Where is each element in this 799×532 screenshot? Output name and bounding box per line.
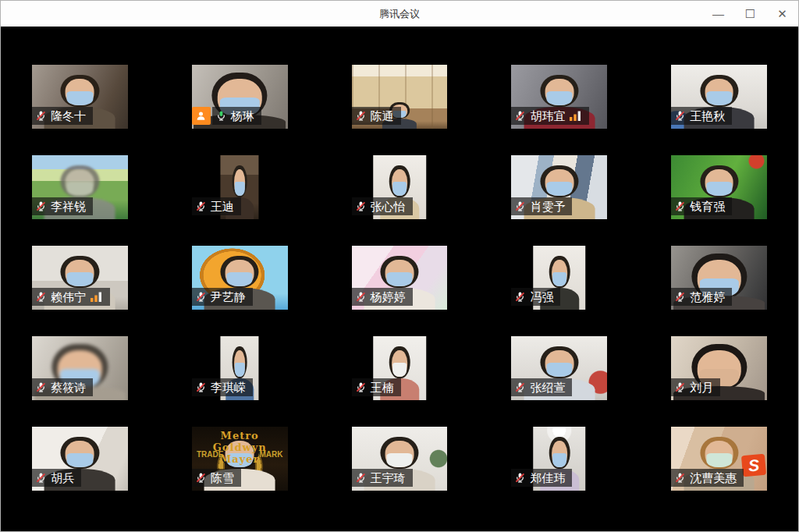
participant-nameplate: 郑佳玮 bbox=[511, 469, 572, 487]
participant-tile[interactable]: 李祥锐 bbox=[32, 155, 128, 219]
participant-tile[interactable]: 王宇琦 bbox=[352, 427, 448, 491]
participant-tile[interactable]: Metro Goldwyn Mayer TRADE MARK 陈雪 bbox=[192, 427, 288, 491]
participant-nameplate: 尹艺静 bbox=[192, 288, 253, 306]
participant-name: 陈通 bbox=[371, 110, 394, 122]
participant-name: 蔡筱诗 bbox=[51, 381, 86, 393]
muted-mic-icon bbox=[355, 472, 367, 484]
participant-tile[interactable]: 隆冬十 bbox=[32, 65, 128, 129]
minimize-button[interactable]: — bbox=[702, 1, 734, 27]
participant-name: 王楠 bbox=[371, 381, 394, 393]
participant-tile[interactable]: 王楠 bbox=[352, 336, 448, 400]
participant-tile[interactable]: 胡兵 bbox=[32, 427, 128, 491]
participant-nameplate: 王迪 bbox=[192, 197, 241, 215]
participant-name: 沈曹美惠 bbox=[690, 472, 737, 484]
participant-name: 冯强 bbox=[530, 291, 553, 303]
participant-nameplate: 刘月 bbox=[671, 378, 720, 396]
participant-tile[interactable]: 陈通 bbox=[352, 65, 448, 129]
participant-tile[interactable]: S 沈曹美惠 bbox=[671, 427, 767, 491]
muted-mic-icon bbox=[195, 200, 207, 212]
mgm-background-text: Metro Goldwyn Mayer bbox=[192, 430, 288, 465]
participant-nameplate: 张心怡 bbox=[352, 197, 413, 215]
participant-tile[interactable]: 张绍萱 bbox=[511, 336, 607, 400]
muted-mic-icon bbox=[514, 381, 526, 393]
close-button[interactable]: ✕ bbox=[766, 1, 798, 27]
window-controls: — ☐ ✕ bbox=[702, 1, 798, 27]
host-badge-icon bbox=[192, 107, 211, 125]
muted-mic-icon bbox=[35, 200, 47, 212]
muted-mic-icon bbox=[514, 110, 526, 122]
participant-tile[interactable]: 杨婷婷 bbox=[352, 246, 448, 310]
participant-tile[interactable]: 张心怡 bbox=[352, 155, 448, 219]
title-bar: 腾讯会议 — ☐ ✕ bbox=[1, 1, 798, 27]
participant-tile[interactable]: 郑佳玮 bbox=[511, 427, 607, 491]
participant-name: 王宇琦 bbox=[371, 472, 406, 484]
participant-name: 胡兵 bbox=[51, 472, 74, 484]
participant-tile[interactable]: 冯强 bbox=[511, 246, 607, 310]
participant-tile[interactable]: 刘月 bbox=[671, 336, 767, 400]
participant-nameplate: 陈雪 bbox=[192, 469, 241, 487]
muted-mic-icon bbox=[514, 200, 526, 212]
muted-mic-icon bbox=[674, 200, 686, 212]
participant-tile[interactable]: 尹艺静 bbox=[192, 246, 288, 310]
participant-nameplate: 王宇琦 bbox=[352, 469, 413, 487]
participant-nameplate: 胡兵 bbox=[32, 469, 81, 487]
participant-nameplate: 李祥锐 bbox=[32, 197, 93, 215]
muted-mic-icon bbox=[355, 291, 367, 303]
participant-tile[interactable]: 李琪嵘 bbox=[192, 336, 288, 400]
participant-name: 张心怡 bbox=[371, 200, 406, 212]
muted-mic-icon bbox=[195, 291, 207, 303]
muted-mic-icon bbox=[674, 110, 686, 122]
participant-nameplate: 钱育强 bbox=[671, 197, 732, 215]
muted-mic-icon bbox=[355, 200, 367, 212]
muted-mic-icon bbox=[355, 381, 367, 393]
participant-nameplate: 李琪嵘 bbox=[192, 378, 253, 396]
network-signal-icon bbox=[569, 110, 582, 122]
network-signal-icon bbox=[90, 291, 103, 303]
muted-mic-icon bbox=[35, 381, 47, 393]
participant-nameplate: 赖伟宁 bbox=[32, 288, 110, 306]
mgm-trade-text: TRADE bbox=[197, 450, 223, 459]
participant-name: 胡玮宜 bbox=[530, 110, 565, 122]
participant-nameplate: 隆冬十 bbox=[32, 107, 93, 125]
video-grid: 隆冬十 杨琳 陈通 胡玮宜 bbox=[1, 52, 798, 503]
unmuted-mic-icon bbox=[215, 110, 227, 122]
participant-name: 王艳秋 bbox=[690, 110, 725, 122]
participant-nameplate: 陈通 bbox=[352, 107, 401, 125]
participant-tile[interactable]: 王艳秋 bbox=[671, 65, 767, 129]
participant-tile[interactable]: 王迪 bbox=[192, 155, 288, 219]
participant-name: 肖雯予 bbox=[530, 200, 565, 212]
participant-tile[interactable]: 蔡筱诗 bbox=[32, 336, 128, 400]
tencent-meeting-window: 腾讯会议 — ☐ ✕ 隆冬十 杨琳 bbox=[0, 0, 799, 532]
participant-name: 王迪 bbox=[211, 200, 234, 212]
participant-nameplate: 王艳秋 bbox=[671, 107, 732, 125]
mgm-mark-text: MARK bbox=[259, 450, 282, 459]
participant-nameplate: 肖雯予 bbox=[511, 197, 572, 215]
muted-mic-icon bbox=[674, 472, 686, 484]
participant-nameplate: 沈曹美惠 bbox=[671, 469, 744, 487]
participant-tile[interactable]: 肖雯予 bbox=[511, 155, 607, 219]
muted-mic-icon bbox=[35, 291, 47, 303]
muted-mic-icon bbox=[195, 381, 207, 393]
window-title: 腾讯会议 bbox=[379, 7, 420, 21]
participant-tile[interactable]: 范雅婷 bbox=[671, 246, 767, 310]
participant-tile[interactable]: 杨琳 bbox=[192, 65, 288, 129]
maximize-button[interactable]: ☐ bbox=[734, 1, 766, 27]
superman-logo-letter: S bbox=[740, 454, 765, 477]
participant-name: 刘月 bbox=[690, 381, 713, 393]
participant-name: 陈雪 bbox=[211, 472, 234, 484]
muted-mic-icon bbox=[674, 381, 686, 393]
participant-nameplate: 王楠 bbox=[352, 378, 401, 396]
participant-tile[interactable]: 赖伟宁 bbox=[32, 246, 128, 310]
participant-name: 尹艺静 bbox=[211, 291, 246, 303]
participant-name: 杨琳 bbox=[231, 110, 254, 122]
participant-tile[interactable]: 胡玮宜 bbox=[511, 65, 607, 129]
meeting-stage: 隆冬十 杨琳 陈通 胡玮宜 bbox=[1, 27, 798, 531]
participant-name: 范雅婷 bbox=[690, 291, 725, 303]
participant-nameplate: 杨婷婷 bbox=[352, 288, 413, 306]
participant-nameplate: 张绍萱 bbox=[511, 378, 572, 396]
participant-nameplate: 蔡筱诗 bbox=[32, 378, 93, 396]
participant-tile[interactable]: 钱育强 bbox=[671, 155, 767, 219]
participant-nameplate: 杨琳 bbox=[212, 107, 261, 125]
participant-name: 隆冬十 bbox=[51, 110, 86, 122]
participant-name: 杨婷婷 bbox=[371, 291, 406, 303]
